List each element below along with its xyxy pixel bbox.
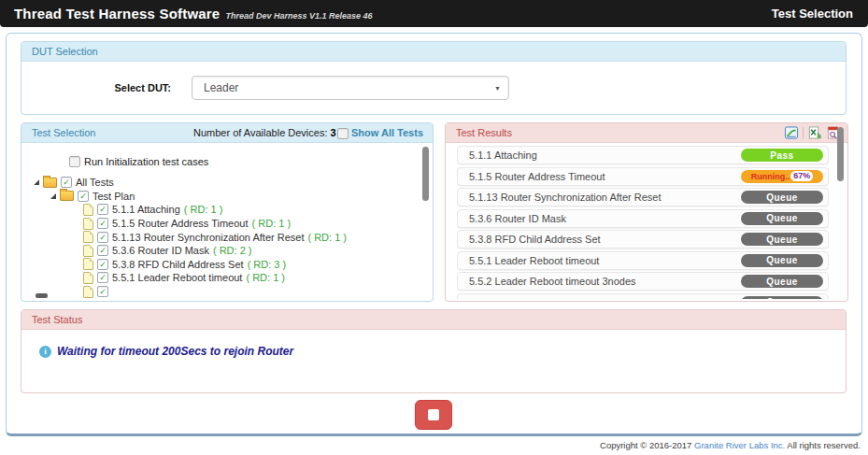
test-checkbox[interactable]: [97, 218, 108, 229]
tree-test-item[interactable]: 5.1.1 Attaching ( RD: 1 ): [83, 203, 432, 217]
file-icon: [83, 272, 93, 284]
chart-icon[interactable]: [784, 126, 799, 140]
result-row[interactable]: 5.1.13 Router Synchronization After Rese…: [457, 188, 829, 206]
test-status-header: Test Status: [21, 310, 846, 330]
result-row[interactable]: 5.3.6 Router ID Mask Queue: [457, 209, 829, 228]
test-name: 5.1.13 Router Synchronization After Rese…: [112, 232, 304, 243]
tree-test-item[interactable]: 5.1.5 Router Address Timeout ( RD: 1 ): [83, 217, 432, 231]
test-checkbox[interactable]: [97, 286, 108, 297]
result-row[interactable]: 5.1.1 Attaching Pass: [457, 146, 829, 164]
test-status-panel: Test Status i Waiting for timeout 200Sec…: [21, 309, 847, 393]
test-checkbox[interactable]: [97, 204, 108, 215]
progress-percent: 67%: [790, 171, 813, 181]
status-badge: Queue: [741, 233, 823, 246]
test-checkbox[interactable]: [97, 232, 108, 243]
status-badge: Queue: [741, 191, 823, 204]
result-name: 5.1.13 Router Synchronization After Rese…: [469, 192, 661, 203]
file-icon: [83, 245, 93, 257]
test-checkbox[interactable]: [97, 259, 108, 270]
chevron-down-icon: ▼: [494, 85, 501, 92]
test-results-panel: Test Results 5.1.1 Attaching Pass: [445, 122, 848, 302]
status-badge: Pass: [741, 149, 823, 162]
status-message: Waiting for timeout 200Secs to rejoin Ro…: [57, 345, 293, 358]
test-plan-checkbox[interactable]: [78, 191, 89, 202]
copyright: Copyright © 2016-2017 Granite River Labs…: [600, 440, 861, 450]
result-name: 5.3.8 RFD Child Address Set: [469, 234, 601, 245]
tree-node-test-plan[interactable]: Test Plan: [50, 190, 432, 204]
tree-test-item[interactable]: 5.5.1 Leader Reboot timeout ( RD: 1 ): [83, 271, 432, 285]
test-selection-header: Test Selection Number of Available Devic…: [21, 123, 433, 143]
page: Thread Test Harness Software Thread Dev …: [0, 0, 868, 455]
result-row[interactable]: 5.1.5 Router Address Timeout Running.. 6…: [457, 167, 829, 186]
test-rd: ( RD: 3 ): [248, 259, 287, 270]
tree-horizontal-scrollbar[interactable]: [36, 293, 48, 298]
test-checkbox[interactable]: [97, 272, 108, 283]
tree-node-all-tests[interactable]: All Tests: [34, 176, 432, 190]
tree-test-item[interactable]: 5.1.13 Router Synchronization After Rese…: [83, 230, 432, 244]
folder-icon: [60, 191, 74, 201]
result-name: 5.5.1 Leader Reboot timeout: [469, 255, 599, 266]
status-label: Queue: [766, 192, 798, 203]
app-title: Thread Test Harness Software: [14, 6, 220, 21]
run-init-row[interactable]: Run Initialization test cases: [69, 156, 432, 167]
test-results-header: Test Results: [446, 123, 847, 143]
tree-test-list: 5.1.1 Attaching ( RD: 1 ) 5.1.5 Router A…: [22, 203, 432, 298]
file-icon: [83, 231, 93, 243]
devices-count: 3: [331, 127, 336, 138]
result-row[interactable]: 5.5.2 Leader Reboot timeout 3nodes Queue: [457, 272, 829, 291]
test-name: 5.3.8 RFD Child Address Set: [112, 259, 244, 270]
status-badge: Running.. 67%: [741, 170, 823, 183]
collapse-triangle-icon[interactable]: [50, 193, 56, 199]
status-label: Running..: [751, 172, 790, 181]
status-label: Pass: [770, 150, 793, 161]
run-init-checkbox[interactable]: [69, 156, 80, 167]
devices-count-label: Number of Available Devices: 3: [193, 123, 336, 143]
test-selection-panel: Test Selection Number of Available Devic…: [21, 122, 434, 302]
stop-icon: [428, 409, 439, 420]
all-tests-checkbox[interactable]: [61, 177, 72, 188]
excel-export-icon[interactable]: [807, 126, 822, 140]
test-tree: Run Initialization test cases All Tests …: [22, 143, 432, 300]
test-rd: ( RD: 1 ): [307, 232, 347, 243]
result-name: 5.3.6 Router ID Mask: [469, 213, 566, 224]
status-label: Queue: [766, 255, 798, 265]
status-badge: Queue: [741, 275, 823, 288]
result-row[interactable]: 5.3.8 RFD Child Address Set Queue: [457, 230, 829, 249]
app-subtitle: Thread Dev Harness V1.1 Release 46: [225, 11, 372, 21]
result-row[interactable]: Queue: [457, 293, 829, 300]
test-rd: ( RD: 1 ): [252, 218, 292, 229]
file-icon: [83, 204, 93, 216]
result-row[interactable]: 5.5.1 Leader Reboot timeout Queue: [457, 251, 829, 270]
collapse-triangle-icon[interactable]: [34, 179, 39, 185]
dut-select[interactable]: Leader ▼: [192, 76, 509, 100]
folder-icon: [43, 178, 57, 188]
results-list: 5.1.1 Attaching Pass 5.1.5 Router Addres…: [457, 146, 829, 299]
show-all-tests-checkbox[interactable]: [337, 128, 349, 139]
status-badge: Queue: [741, 296, 823, 300]
dut-selection-header: DUT Selection: [21, 42, 846, 62]
show-all-tests-label: Show All Tests: [351, 123, 423, 143]
file-icon: [83, 258, 93, 270]
stop-button[interactable]: [415, 400, 452, 430]
company-link[interactable]: Granite River Labs Inc.: [694, 440, 785, 450]
status-badge: Queue: [741, 212, 823, 225]
test-plan-label: Test Plan: [92, 191, 135, 202]
show-all-tests-toggle[interactable]: Show All Tests: [337, 123, 423, 143]
info-icon: i: [39, 346, 51, 358]
result-name: 5.1.1 Attaching: [469, 149, 537, 161]
test-rd: ( RD: 1 ): [184, 204, 223, 215]
all-tests-label: All Tests: [76, 177, 114, 188]
test-name: 5.5.1 Leader Reboot timeout: [112, 272, 242, 283]
main-container: DUT Selection Select DUT: Leader ▼ Test …: [6, 33, 862, 436]
test-checkbox[interactable]: [97, 245, 108, 256]
tree-test-item[interactable]: 5.3.6 Router ID Mask ( RD: 2 ): [83, 244, 432, 258]
tree-test-item[interactable]: [83, 285, 432, 299]
tree-vertical-scrollbar[interactable]: [422, 147, 429, 201]
dut-selection-panel: DUT Selection Select DUT: Leader ▼: [21, 41, 847, 115]
status-label: Queue: [766, 235, 798, 245]
results-vertical-scrollbar[interactable]: [837, 127, 844, 181]
status-label: Queue: [766, 297, 798, 299]
result-name: 5.5.2 Leader Reboot timeout 3nodes: [469, 276, 636, 287]
tree-test-item[interactable]: 5.3.8 RFD Child Address Set ( RD: 3 ): [83, 258, 432, 272]
test-name: 5.3.6 Router ID Mask: [112, 245, 209, 256]
